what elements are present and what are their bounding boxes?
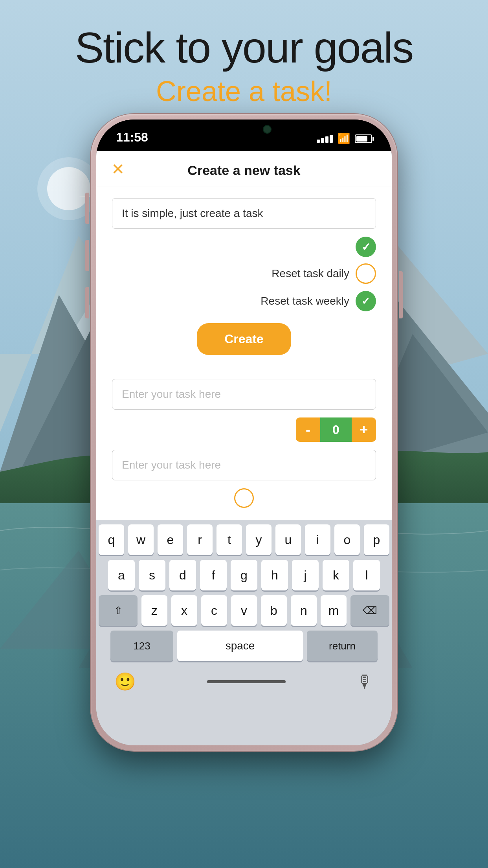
key-l[interactable]: l <box>353 560 380 590</box>
task-confirm-check[interactable] <box>356 237 376 257</box>
key-j[interactable]: j <box>292 560 319 590</box>
create-button[interactable]: Create <box>197 323 291 355</box>
key-g[interactable]: g <box>231 560 257 590</box>
key-k[interactable]: k <box>323 560 349 590</box>
key-m[interactable]: m <box>321 595 347 626</box>
status-bar: 11:58 📶 <box>96 120 392 151</box>
add-task-circle[interactable] <box>234 488 254 508</box>
reset-weekly-label: Reset task weekly <box>261 295 349 307</box>
numbers-key[interactable]: 123 <box>110 631 173 661</box>
key-v[interactable]: v <box>231 595 257 626</box>
keyboard-bottom: 🙂 🎙 <box>99 666 389 704</box>
section-divider <box>112 367 376 367</box>
notch-camera <box>263 125 272 134</box>
task-input-value[interactable]: It is simple, just create a task <box>122 207 263 219</box>
counter-minus-button[interactable]: - <box>296 417 320 442</box>
status-icons: 📶 <box>317 132 372 145</box>
key-t[interactable]: t <box>216 524 242 555</box>
return-key[interactable]: return <box>307 631 378 661</box>
key-n[interactable]: n <box>291 595 317 626</box>
reset-weekly-row: Reset task weekly <box>261 291 376 311</box>
emoji-button[interactable]: 🙂 <box>114 671 136 692</box>
app-header: × Create a new task <box>96 151 392 186</box>
third-task-placeholder: Enter your task here <box>122 459 221 471</box>
key-i[interactable]: i <box>305 524 330 555</box>
keyboard-row-3: ⇧ z x c v b n m ⌫ <box>99 595 389 626</box>
key-r[interactable]: r <box>187 524 213 555</box>
keyboard-row-4: 123 space return <box>99 631 389 661</box>
keyboard: q w e r t y u i o p a s <box>96 520 392 745</box>
key-p[interactable]: p <box>364 524 389 555</box>
top-section: Stick to your goals Create a task! <box>0 24 488 107</box>
reset-daily-label: Reset task daily <box>272 267 349 280</box>
second-task-placeholder: Enter your task here <box>122 388 221 400</box>
key-x[interactable]: x <box>171 595 197 626</box>
signal-icon <box>317 135 333 143</box>
key-b[interactable]: b <box>261 595 287 626</box>
phone-screen: 11:58 📶 <box>96 120 392 745</box>
mic-button[interactable]: 🎙 <box>356 672 374 691</box>
delete-key[interactable]: ⌫ <box>350 595 389 626</box>
shift-key[interactable]: ⇧ <box>99 595 138 626</box>
key-e[interactable]: e <box>158 524 183 555</box>
key-f[interactable]: f <box>200 560 227 590</box>
reset-daily-toggle[interactable] <box>356 263 376 284</box>
sub-headline: Create a task! <box>0 75 488 107</box>
key-a[interactable]: a <box>108 560 135 590</box>
battery-icon <box>355 134 372 143</box>
key-h[interactable]: h <box>261 560 288 590</box>
keyboard-row-2: a s d f g h j k l <box>99 560 389 590</box>
second-task-input[interactable]: Enter your task here <box>112 379 376 410</box>
home-indicator <box>207 680 286 683</box>
phone-frame: 11:58 📶 <box>91 114 397 751</box>
third-task-input[interactable]: Enter your task here <box>112 450 376 480</box>
page-title: Create a new task <box>187 163 300 178</box>
key-d[interactable]: d <box>169 560 196 590</box>
reset-options: Reset task daily Reset task weekly <box>112 263 376 311</box>
key-z[interactable]: z <box>141 595 167 626</box>
main-headline: Stick to your goals <box>0 24 488 71</box>
task-input-wrapper[interactable]: It is simple, just create a task <box>112 198 376 229</box>
counter-plus-button[interactable]: + <box>352 417 376 442</box>
key-c[interactable]: c <box>201 595 227 626</box>
form-area: It is simple, just create a task Reset t… <box>96 186 392 520</box>
notch <box>193 120 295 140</box>
key-o[interactable]: o <box>334 524 360 555</box>
key-u[interactable]: u <box>275 524 301 555</box>
app-content: × Create a new task It is simple, just c… <box>96 151 392 745</box>
key-s[interactable]: s <box>139 560 165 590</box>
reset-weekly-toggle[interactable] <box>356 291 376 311</box>
reset-daily-row: Reset task daily <box>272 263 376 284</box>
counter-row: - 0 + <box>112 417 376 442</box>
key-w[interactable]: w <box>128 524 154 555</box>
checkmark-row <box>112 237 376 257</box>
phone-device: 11:58 📶 <box>91 114 397 751</box>
close-button[interactable]: × <box>112 157 124 180</box>
wifi-icon: 📶 <box>338 132 350 145</box>
space-key[interactable]: space <box>177 631 303 661</box>
key-q[interactable]: q <box>99 524 124 555</box>
counter-display: 0 <box>320 417 352 442</box>
key-y[interactable]: y <box>246 524 272 555</box>
keyboard-row-1: q w e r t y u i o p <box>99 524 389 555</box>
